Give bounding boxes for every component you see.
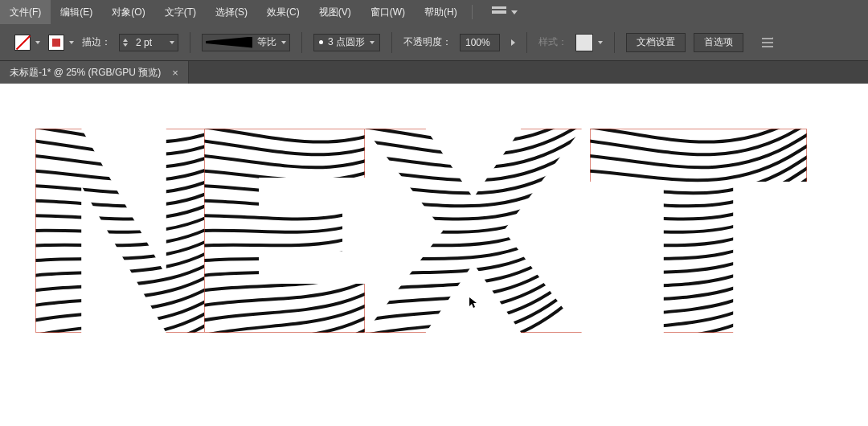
divider [614, 32, 615, 53]
chevron-down-icon [170, 41, 174, 44]
style-label: 样式： [538, 35, 567, 49]
opacity-value: 100% [465, 37, 490, 48]
chevron-down-icon [123, 43, 128, 47]
chevron-up-icon [123, 39, 128, 42]
control-bar: 描边： 2 pt 等比 3 点圆形 不透明度： 100% 样式： 文档设置 首选… [0, 24, 868, 61]
selection-outline [204, 129, 365, 333]
document-tabbar: 未标题-1* @ 25% (RGB/GPU 预览) × [0, 61, 868, 84]
menu-object[interactable]: 对象(O) [102, 0, 154, 24]
menu-file[interactable]: 文件(F) [0, 0, 51, 24]
stroke-weight-value[interactable]: 2 pt [133, 37, 165, 48]
style-swatch-icon [575, 34, 593, 51]
chevron-down-icon [511, 10, 518, 14]
brush-label: 3 点圆形 [328, 35, 365, 49]
letter-e[interactable] [204, 129, 365, 333]
artwork-next[interactable] [35, 129, 823, 362]
stroke-profile-label: 等比 [257, 35, 276, 49]
stroke-profile-select[interactable]: 等比 [202, 34, 290, 51]
document-tab-title: 未标题-1* @ 25% (RGB/GPU 预览) [10, 66, 161, 80]
stroke-weight-stepper[interactable]: 2 pt [119, 34, 178, 51]
divider [472, 5, 473, 19]
fill-swatch-group[interactable] [14, 35, 40, 51]
svg-rect-2 [762, 46, 773, 47]
letter-n[interactable] [35, 129, 212, 333]
divider [391, 32, 392, 53]
menu-view[interactable]: 视图(V) [309, 0, 361, 24]
brush-dot-icon [319, 40, 323, 44]
menu-edit[interactable]: 编辑(E) [51, 0, 102, 24]
svg-rect-1 [762, 42, 773, 43]
menu-select[interactable]: 选择(S) [206, 0, 257, 24]
menu-effect[interactable]: 效果(C) [257, 0, 309, 24]
canvas[interactable] [0, 84, 868, 426]
graphic-style-select[interactable] [575, 34, 603, 51]
menu-window[interactable]: 窗口(W) [361, 0, 415, 24]
selection-outline [35, 129, 212, 333]
fill-none-icon [14, 35, 31, 51]
menu-help[interactable]: 帮助(H) [415, 0, 467, 24]
arrow-right-icon[interactable] [511, 39, 515, 46]
menu-type[interactable]: 文字(T) [155, 0, 206, 24]
chevron-down-icon [35, 41, 40, 44]
document-setup-button[interactable]: 文档设置 [626, 33, 686, 52]
letter-t[interactable] [590, 129, 807, 333]
close-icon[interactable]: × [172, 67, 178, 79]
stepper-arrows[interactable] [121, 39, 129, 47]
stroke-swatch-group[interactable] [48, 35, 74, 51]
chevron-down-icon [598, 41, 603, 44]
brush-select[interactable]: 3 点圆形 [313, 34, 380, 51]
chevron-down-icon [69, 41, 74, 44]
chevron-down-icon [281, 41, 286, 44]
document-tab[interactable]: 未标题-1* @ 25% (RGB/GPU 预览) × [0, 61, 189, 84]
profile-uniform-icon [206, 37, 252, 48]
divider [301, 32, 302, 53]
menu-bar: 文件(F) 编辑(E) 对象(O) 文字(T) 选择(S) 效果(C) 视图(V… [0, 0, 868, 24]
workspace-switcher[interactable] [477, 0, 527, 24]
selection-cursor-icon [469, 297, 477, 309]
selection-outline [590, 129, 807, 333]
stroke-label: 描边： [82, 35, 111, 49]
divider [190, 32, 190, 53]
align-icon[interactable] [761, 36, 774, 49]
opacity-field[interactable]: 100% [460, 34, 500, 51]
preferences-button[interactable]: 首选项 [694, 33, 743, 52]
chevron-down-icon [370, 41, 375, 44]
stroke-color-icon [48, 35, 64, 51]
divider [526, 32, 527, 53]
layout-icon [492, 6, 506, 18]
opacity-label: 不透明度： [403, 35, 452, 49]
